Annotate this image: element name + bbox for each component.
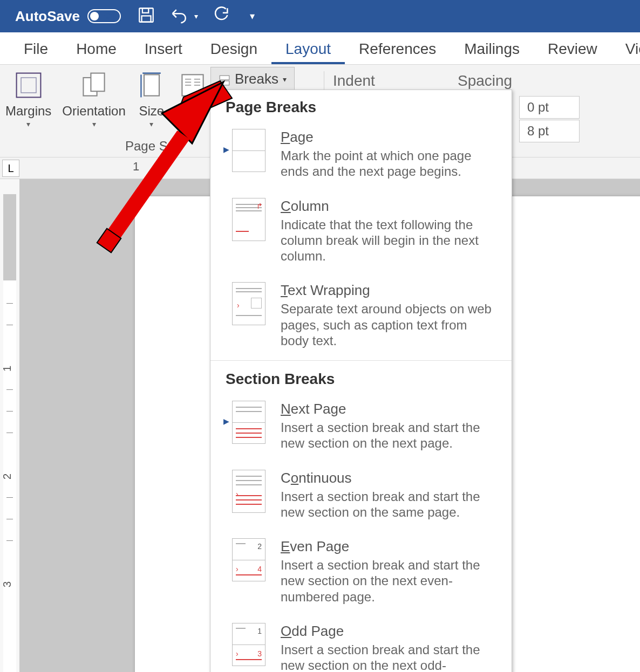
- vr2: 2: [1, 474, 13, 479]
- tab-selector[interactable]: L: [2, 160, 19, 177]
- odd-page-icon: 1 › 3: [232, 623, 265, 666]
- svg-rect-2: [141, 16, 151, 22]
- autosave-label: AutoSave: [15, 8, 80, 25]
- tab-file[interactable]: File: [10, 35, 62, 64]
- current-marker-icon: ▶: [223, 145, 229, 154]
- size-label: Size: [139, 104, 164, 119]
- next-page-desc: Insert a section break and start the new…: [281, 420, 496, 451]
- break-column-item[interactable]: ↱ Column Indicate that the text followin…: [210, 190, 512, 275]
- columns-icon: [178, 70, 208, 100]
- column-break-desc: Indicate that the text following the col…: [281, 217, 496, 264]
- orientation-button[interactable]: Orientation ▾: [57, 68, 131, 126]
- break-text-wrapping-item[interactable]: › Text Wrapping Separate text around obj…: [210, 275, 512, 359]
- orientation-icon: [79, 70, 109, 100]
- spacing-group-label: Spacing: [458, 72, 512, 90]
- breaks-icon: [219, 73, 230, 85]
- break-next-page-item[interactable]: ▶ Next Page Insert a section break and s…: [210, 393, 512, 462]
- break-even-page-item[interactable]: 2 › 4 Even Page Insert a section break a…: [210, 531, 512, 615]
- autosave-toggle[interactable]: Off: [87, 9, 121, 23]
- quick-access-toolbar: ▾ ▾: [137, 6, 255, 26]
- spacing-before-input[interactable]: 0 pt: [519, 96, 580, 119]
- page-breaks-header: Page Breaks: [210, 90, 512, 121]
- break-continuous-item[interactable]: › Continuous Insert a section break and …: [210, 462, 512, 531]
- section-breaks-header: Section Breaks: [210, 362, 512, 393]
- tab-mailings[interactable]: Mailings: [450, 35, 534, 64]
- tab-view[interactable]: View: [611, 35, 640, 64]
- break-odd-page-item[interactable]: 1 › 3 Odd Page Insert a section break an…: [210, 615, 512, 672]
- chevron-down-icon: ▾: [26, 122, 30, 126]
- svg-rect-4: [21, 78, 36, 93]
- continuous-desc: Insert a section break and start the new…: [281, 489, 496, 520]
- odd-page-title: Odd Page: [281, 623, 496, 640]
- tab-review[interactable]: Review: [534, 35, 611, 64]
- chevron-down-icon: ▾: [92, 122, 96, 126]
- vr3: 3: [1, 581, 13, 587]
- margins-label: Margins: [5, 104, 51, 119]
- even-page-desc: Insert a section break and start the new…: [281, 557, 496, 605]
- divider: [210, 360, 512, 361]
- undo-icon[interactable]: [169, 6, 188, 26]
- page-break-icon: [232, 129, 265, 172]
- tab-design[interactable]: Design: [196, 35, 271, 64]
- column-break-icon: ↱: [232, 198, 265, 241]
- text-wrapping-title: Text Wrapping: [281, 282, 496, 299]
- chevron-down-icon: ▾: [190, 122, 194, 126]
- autosave-state: Off: [104, 11, 118, 22]
- column-break-title: Column: [281, 198, 496, 215]
- svg-rect-3: [16, 73, 40, 98]
- breaks-dropdown: Page Breaks ▶ Page Mark the point at whi…: [210, 90, 512, 672]
- page-setup-group-label: Page Set: [125, 139, 179, 156]
- svg-rect-7: [144, 74, 159, 95]
- vr1: 1: [1, 366, 13, 372]
- even-page-title: Even Page: [281, 538, 496, 555]
- svg-rect-1: [142, 8, 148, 13]
- customize-qat-icon[interactable]: ▾: [250, 10, 255, 22]
- size-icon: [137, 70, 167, 100]
- tab-home[interactable]: Home: [62, 35, 131, 64]
- title-bar: AutoSave Off ▾ ▾: [0, 0, 640, 32]
- svg-rect-18: [220, 81, 229, 85]
- columns-button[interactable]: C ▾: [172, 68, 213, 126]
- ruler-mark-1: 1: [133, 160, 139, 174]
- break-page-item[interactable]: ▶ Page Mark the point at which one page …: [210, 121, 512, 190]
- spacing-after-input[interactable]: 8 pt: [519, 120, 580, 142]
- svg-rect-6: [91, 73, 104, 92]
- orientation-label: Orientation: [62, 104, 125, 119]
- next-page-icon: [232, 401, 265, 444]
- columns-label: C: [188, 104, 197, 119]
- continuous-title: Continuous: [281, 470, 496, 486]
- vertical-ruler[interactable]: 1 2 3: [0, 179, 19, 672]
- page-break-title: Page: [281, 129, 496, 146]
- toggle-knob: [90, 12, 99, 20]
- chevron-down-icon: ▾: [149, 122, 153, 126]
- even-page-icon: 2 › 4: [232, 538, 265, 581]
- ribbon-tabs: File Home Insert Design Layout Reference…: [0, 32, 640, 65]
- redo-icon[interactable]: [212, 6, 230, 26]
- next-page-title: Next Page: [281, 401, 496, 417]
- margins-button[interactable]: Margins ▾: [0, 68, 57, 126]
- current-marker-icon: ▶: [223, 417, 229, 426]
- text-wrapping-icon: ›: [232, 282, 265, 325]
- breaks-button[interactable]: Breaks ▾: [210, 67, 295, 91]
- margins-icon: [13, 70, 44, 100]
- save-icon[interactable]: [137, 6, 155, 26]
- text-wrapping-desc: Separate text around objects on web page…: [281, 301, 496, 348]
- odd-page-desc: Insert a section break and start the new…: [281, 642, 496, 672]
- tab-layout[interactable]: Layout: [271, 35, 345, 64]
- page-break-desc: Mark the point at which one page ends an…: [281, 148, 496, 180]
- svg-rect-17: [220, 76, 229, 80]
- indent-group-label: Indent: [333, 72, 375, 90]
- chevron-down-icon: ▾: [283, 75, 287, 84]
- undo-dropdown-icon[interactable]: ▾: [194, 12, 198, 20]
- breaks-label: Breaks: [235, 71, 278, 87]
- size-button[interactable]: Size ▾: [131, 68, 172, 126]
- tab-references[interactable]: References: [345, 35, 450, 64]
- tab-insert[interactable]: Insert: [131, 35, 196, 64]
- continuous-icon: ›: [232, 470, 265, 513]
